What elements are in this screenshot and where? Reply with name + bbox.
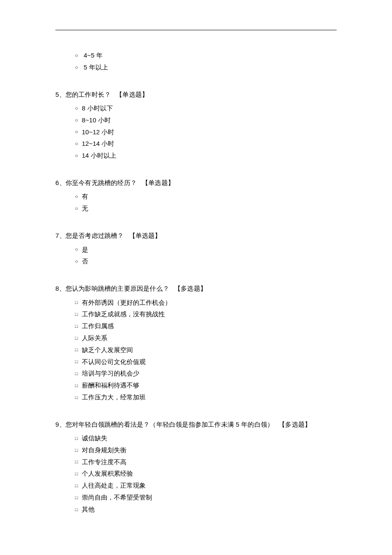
checkbox-icon: □ bbox=[75, 370, 82, 378]
option-line: ○8~10 小时 bbox=[75, 114, 337, 126]
question-content: 您认为影响跳槽的主要原因是什么？ bbox=[66, 285, 169, 292]
question-7: 7、您是否考虑过跳槽？【单选题】 ○是 ○否 bbox=[55, 230, 337, 267]
question-number: 8、 bbox=[55, 285, 66, 292]
option-text: 工作缺乏成就感，没有挑战性 bbox=[82, 311, 165, 318]
question-6: 6、你至今有无跳槽的经历？【单选题】 ○有 ○无 bbox=[55, 177, 337, 214]
option-line: □崇尚自由，不希望受管制 bbox=[75, 491, 337, 503]
option-line: ○14 小时以上 bbox=[75, 150, 337, 161]
question-number: 6、 bbox=[55, 179, 66, 186]
question-number: 7、 bbox=[55, 232, 66, 239]
checkbox-icon: □ bbox=[75, 310, 82, 318]
question-content: 您是否考虑过跳槽？ bbox=[66, 232, 124, 239]
question-title: 7、您是否考虑过跳槽？【单选题】 bbox=[55, 230, 337, 241]
option-text: 10~12 小时 bbox=[82, 128, 114, 136]
checkbox-icon: □ bbox=[75, 382, 82, 390]
option-line: ○有 bbox=[75, 191, 337, 202]
question-tag: 【单选题】 bbox=[142, 179, 174, 186]
checkbox-icon: □ bbox=[75, 470, 82, 478]
option-line: □工作专注度不高 bbox=[75, 456, 337, 468]
checkbox-icon: □ bbox=[75, 458, 82, 466]
checkbox-icon: □ bbox=[75, 322, 82, 330]
option-line: □诚信缺失 bbox=[75, 432, 337, 444]
option-line: ○无 bbox=[75, 202, 337, 214]
option-text: 诚信缺失 bbox=[82, 434, 107, 442]
question-title: 6、你至今有无跳槽的经历？【单选题】 bbox=[55, 177, 337, 188]
checkbox-icon: □ bbox=[75, 334, 82, 342]
option-line: ○否 bbox=[75, 255, 337, 267]
radio-icon: ○ bbox=[75, 63, 82, 72]
radio-icon: ○ bbox=[75, 245, 82, 254]
top-divider bbox=[55, 30, 337, 30]
option-line: □工作归属感 bbox=[75, 320, 337, 332]
option-text: 工作归属感 bbox=[82, 322, 114, 330]
option-text: 12~14 小时 bbox=[82, 140, 114, 147]
question-title: 5、您的工作时长？【单选题】 bbox=[55, 89, 337, 100]
radio-icon: ○ bbox=[75, 257, 82, 266]
option-text: 4~5 年 bbox=[84, 52, 103, 59]
checkbox-icon: □ bbox=[75, 482, 82, 490]
radio-icon: ○ bbox=[75, 104, 82, 113]
option-text: 个人发展积累经验 bbox=[82, 470, 133, 477]
checkbox-icon: □ bbox=[75, 494, 82, 502]
option-line: □薪酬和福利待遇不够 bbox=[75, 379, 337, 391]
leftover-options: ○ 4~5 年 ○ 5 年以上 bbox=[75, 49, 337, 73]
option-text: 工作压力大，经常加班 bbox=[82, 393, 146, 401]
question-5: 5、您的工作时长？【单选题】 ○8 小时以下 ○8~10 小时 ○10~12 小… bbox=[55, 89, 337, 161]
question-content: 您对年轻白领跳槽的看法是？（年轻白领是指参加工作未满 5 年的白领） bbox=[66, 421, 274, 428]
option-text: 工作专注度不高 bbox=[82, 458, 127, 465]
option-line: ○10~12 小时 bbox=[75, 126, 337, 138]
option-line: □工作压力大，经常加班 bbox=[75, 391, 337, 403]
option-line: □人际关系 bbox=[75, 332, 337, 344]
checkbox-icon: □ bbox=[75, 446, 82, 454]
option-text: 崇尚自由，不希望受管制 bbox=[82, 494, 152, 501]
radio-icon: ○ bbox=[75, 116, 82, 124]
checkbox-icon: □ bbox=[75, 298, 82, 306]
option-text: 8 小时以下 bbox=[82, 104, 113, 112]
question-options: ○是 ○否 bbox=[75, 244, 337, 267]
option-line: ○ 5 年以上 bbox=[75, 61, 337, 73]
option-text: 8~10 小时 bbox=[82, 116, 111, 124]
question-options: □诚信缺失 □对自身规划失衡 □工作专注度不高 □个人发展积累经验 □人往高处走… bbox=[75, 432, 337, 515]
question-title: 8、您认为影响跳槽的主要原因是什么？【多选题】 bbox=[55, 283, 337, 294]
checkbox-icon: □ bbox=[75, 434, 82, 442]
option-text: 薪酬和福利待遇不够 bbox=[82, 382, 139, 389]
radio-icon: ○ bbox=[75, 151, 82, 160]
radio-icon: ○ bbox=[75, 51, 82, 60]
option-line: □培训与学习的机会少 bbox=[75, 367, 337, 379]
question-number: 9、 bbox=[55, 421, 66, 428]
checkbox-icon: □ bbox=[75, 393, 82, 402]
question-tag: 【多选题】 bbox=[174, 285, 207, 292]
option-text: 是 bbox=[82, 246, 88, 253]
option-line: ○ 4~5 年 bbox=[75, 49, 337, 61]
question-9: 9、您对年轻白领跳槽的看法是？（年轻白领是指参加工作未满 5 年的白领）【多选题… bbox=[55, 419, 337, 515]
option-line: □不认同公司文化价值观 bbox=[75, 356, 337, 367]
question-options: □有外部诱因（更好的工作机会） □工作缺乏成就感，没有挑战性 □工作归属感 □人… bbox=[75, 297, 337, 403]
option-text: 有外部诱因（更好的工作机会） bbox=[82, 299, 171, 306]
option-text: 人际关系 bbox=[82, 334, 107, 341]
option-line: ○12~14 小时 bbox=[75, 138, 337, 149]
question-options: ○有 ○无 bbox=[75, 191, 337, 214]
radio-icon: ○ bbox=[75, 127, 82, 136]
option-text: 人往高处走，正常现象 bbox=[82, 482, 146, 489]
option-line: □个人发展积累经验 bbox=[75, 468, 337, 479]
option-text: 对自身规划失衡 bbox=[82, 446, 127, 454]
option-text: 不认同公司文化价值观 bbox=[82, 358, 146, 365]
option-line: □其他 bbox=[75, 503, 337, 515]
radio-icon: ○ bbox=[75, 139, 82, 148]
option-line: ○8 小时以下 bbox=[75, 102, 337, 114]
question-content: 您的工作时长？ bbox=[66, 91, 111, 98]
option-line: □人往高处走，正常现象 bbox=[75, 480, 337, 491]
question-tag: 【单选题】 bbox=[116, 91, 148, 98]
radio-icon: ○ bbox=[75, 192, 82, 201]
option-text: 其他 bbox=[82, 506, 95, 513]
option-text: 否 bbox=[82, 258, 88, 265]
radio-icon: ○ bbox=[75, 204, 82, 213]
option-text: 无 bbox=[82, 205, 88, 212]
checkbox-icon: □ bbox=[75, 358, 82, 366]
option-line: □对自身规划失衡 bbox=[75, 444, 337, 456]
question-tag: 【单选题】 bbox=[129, 232, 161, 239]
option-line: □缺乏个人发展空间 bbox=[75, 344, 337, 356]
option-text: 5 年以上 bbox=[84, 64, 108, 71]
question-8: 8、您认为影响跳槽的主要原因是什么？【多选题】 □有外部诱因（更好的工作机会） … bbox=[55, 283, 337, 403]
question-content: 你至今有无跳槽的经历？ bbox=[66, 179, 137, 186]
